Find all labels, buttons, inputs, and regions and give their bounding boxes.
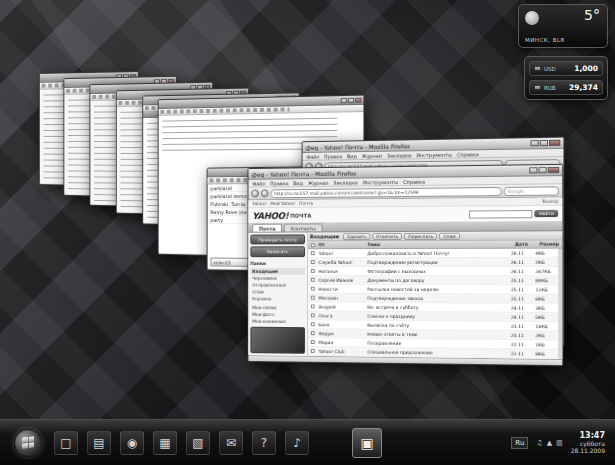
show-desktop-icon[interactable]: □ [54,431,78,455]
message-checkbox[interactable] [308,251,317,255]
message-subject[interactable]: Выписка по счёту [365,322,510,328]
message-subject[interactable]: Подтверждение регистрации [365,259,510,264]
menu-item[interactable]: Справка [457,151,479,157]
security-icon[interactable]: ▲ [547,439,552,447]
yahoo-search-button[interactable]: Найти [535,210,558,217]
message-checkbox[interactable] [308,340,317,344]
close-button[interactable] [548,167,559,173]
minimize-button[interactable] [529,167,537,173]
message-list[interactable]: Yahoo! Добро пожаловать в Yahoo! Почту! … [308,249,562,359]
menu-item[interactable]: Закладки [333,179,358,185]
message-row[interactable]: Наталья Фотографии с выходных 26.11 267К… [308,267,558,276]
window-controls[interactable] [341,97,362,103]
menu-item[interactable]: Инструменты [417,151,452,158]
message-subject[interactable]: Документы по договору [365,277,510,282]
column-from[interactable]: От [317,242,366,247]
top-link[interactable]: Мой Yahoo! [270,201,295,206]
browser-icon[interactable]: ◉ [120,431,144,455]
menu-item[interactable]: Файл [252,180,265,186]
message-checkbox[interactable] [308,287,317,291]
menu-item[interactable]: Правка [270,180,288,186]
window-controls[interactable] [531,140,561,147]
check-mail-button[interactable]: Проверить почту [250,234,305,244]
folder-icon[interactable]: ▤ [87,431,111,455]
start-button[interactable] [14,429,42,457]
minimize-button[interactable] [531,140,539,146]
firefox-window-front[interactable]: @eg - Yahoo! Почта - Mozilla Firefox Фай… [248,164,564,366]
message-checkbox[interactable] [308,278,317,282]
message-subject[interactable]: Новые ответы в теме [365,331,510,337]
top-link[interactable]: Yahoo! [252,201,266,206]
yahoo-tab[interactable]: Контакты [284,223,322,231]
message-checkbox[interactable] [308,296,317,300]
toolbar-button[interactable]: Удалить [343,233,370,240]
menu-item[interactable]: Закладки [387,152,412,158]
message-size: 4КБ [535,250,558,255]
signout-link[interactable]: Выход [542,199,558,204]
back-button[interactable] [251,190,259,198]
ad-banner[interactable] [250,327,305,354]
top-link[interactable]: Почта [299,201,313,206]
select-all-checkbox[interactable] [308,243,317,247]
menu-item[interactable]: Вид [347,153,357,159]
message-subject[interactable]: Поздравление [365,340,510,347]
message-checkbox[interactable] [308,313,317,317]
menu-item[interactable]: Журнал [362,152,382,158]
clock[interactable]: 13:47 суббота 28.11.2009 [571,431,605,455]
desktop[interactable]: 5° МИНСК, BLR USD 1,000 RUB 29,374 [0,0,615,465]
message-subject[interactable]: Добро пожаловать в Yahoo! Почту! [365,250,510,255]
help-icon[interactable]: ? [252,431,276,455]
close-button[interactable] [549,140,560,146]
message-checkbox[interactable] [308,304,317,308]
menu-item[interactable]: Вид [293,180,303,186]
search-field[interactable]: Google [504,186,560,196]
yahoo-search-input[interactable] [469,210,532,219]
message-subject[interactable]: Подтверждение заказа [365,295,510,301]
toolbar-button[interactable]: Спам [439,232,459,239]
message-subject[interactable]: Списки к празднику [365,313,510,319]
menu-item[interactable]: Инструменты [363,179,398,185]
message-subject[interactable]: Re: встреча в субботу [365,304,510,310]
volume-icon[interactable]: ♫ [536,439,542,447]
language-indicator[interactable]: Ru [511,437,528,449]
close-button[interactable] [355,97,361,102]
media-player-icon[interactable]: ♪ [285,431,309,455]
network-icon[interactable]: ▥ [556,439,563,447]
currency-gadget[interactable]: USD 1,000 RUB 29,374 [524,56,608,100]
message-checkbox[interactable] [308,331,317,335]
menu-item[interactable]: Справка [403,178,425,184]
save-icon[interactable]: ▦ [153,431,177,455]
sidebar-link[interactable]: Мои вложения [250,318,305,325]
window-controls[interactable] [529,167,559,173]
menu-item[interactable]: Правка [324,153,342,159]
column-date[interactable]: Дата [515,242,540,247]
active-task-button[interactable]: ▣ [352,428,382,458]
toolbar-button[interactable]: Переслать [404,232,437,239]
message-checkbox[interactable] [308,260,317,264]
message-checkbox[interactable] [308,269,317,273]
toolbar-button[interactable]: Ответить [372,232,402,239]
compose-button[interactable]: Написать [250,247,305,257]
weather-gadget[interactable]: 5° МИНСК, BLR [518,4,608,48]
menu-item[interactable]: Файл [306,153,319,159]
maximize-button[interactable] [348,97,354,102]
spreadsheet-icon[interactable]: ▧ [186,431,210,455]
yahoo-tab[interactable]: Почта [252,224,282,232]
message-checkbox[interactable] [308,322,317,326]
message-row[interactable]: Служба Yahoo! Подтверждение регистрации … [308,258,558,267]
folder-item[interactable]: Корзина [250,295,305,302]
column-subject[interactable]: Тема [365,242,514,247]
menu-item[interactable]: Журнал [308,179,328,185]
mail-icon[interactable]: ✉ [219,431,243,455]
message-row[interactable]: Yahoo! Добро пожаловать в Yahoo! Почту! … [308,249,558,258]
address-bar[interactable]: http://ru.mc557.mail.yahoo.com/mc/welcom… [270,186,501,197]
maximize-button[interactable] [538,167,546,173]
column-size[interactable]: Размер [540,241,563,246]
minimize-button[interactable] [341,98,347,103]
message-checkbox[interactable] [308,349,317,353]
forward-button[interactable] [261,189,269,197]
message-subject[interactable]: Специальное предложение [365,349,510,356]
message-subject[interactable]: Рассылка новостей за неделю [365,286,510,292]
maximize-button[interactable] [540,140,548,146]
message-subject[interactable]: Фотографии с выходных [365,268,510,273]
